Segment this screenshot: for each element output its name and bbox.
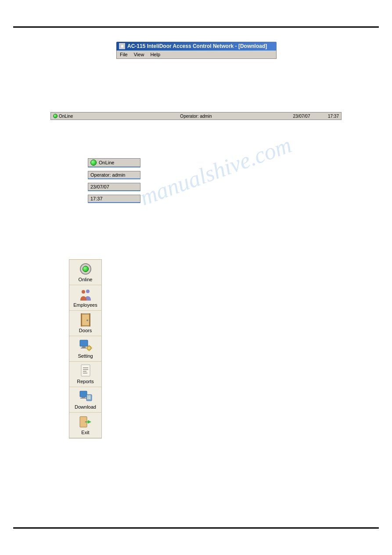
- download-icon: [79, 390, 92, 403]
- info-box-date: 23/07/07: [88, 183, 140, 191]
- employees-icon: [79, 288, 92, 301]
- svg-rect-28: [89, 397, 90, 398]
- svg-rect-16: [81, 365, 90, 376]
- svg-rect-9: [81, 348, 87, 348]
- svg-rect-21: [80, 391, 87, 397]
- sidebar-label-setting: Setting: [78, 353, 93, 359]
- svg-rect-34: [86, 421, 90, 422]
- app-window: 🖥 AC-115 InteliDoor Access Control Netwo…: [116, 42, 277, 59]
- info-box-operator: Operator: admin: [88, 171, 140, 179]
- sidebar-label-download: Download: [75, 404, 96, 410]
- online-indicator: [90, 160, 97, 166]
- svg-rect-22: [82, 397, 85, 398]
- sidebar-item-reports[interactable]: Reports: [69, 362, 101, 387]
- svg-rect-26: [89, 395, 90, 396]
- sidebar-item-exit[interactable]: Exit: [69, 413, 101, 438]
- info-box-time: 17:37: [88, 195, 140, 203]
- title-bar: 🖥 AC-115 InteliDoor Access Control Netwo…: [116, 42, 277, 51]
- info-time-label: 17:37: [90, 196, 103, 201]
- exit-icon: [79, 415, 92, 428]
- status-date: 23/07/07: [286, 114, 317, 119]
- svg-point-11: [88, 347, 90, 349]
- menu-view[interactable]: View: [133, 51, 146, 58]
- svg-rect-13: [89, 350, 90, 351]
- sidebar-label-online: Online: [79, 277, 93, 282]
- sidebar-label-employees: Employees: [73, 302, 97, 308]
- status-online-label: OnLine: [59, 114, 73, 119]
- window-title: AC-115 InteliDoor Access Control Network…: [127, 43, 267, 49]
- status-bar: OnLine Operator: admin 23/07/07 17:37: [50, 112, 342, 120]
- svg-rect-15: [91, 348, 92, 348]
- svg-rect-12: [89, 345, 90, 346]
- info-date-label: 23/07/07: [90, 184, 109, 189]
- svg-rect-30: [89, 398, 90, 399]
- sidebar-item-online[interactable]: Online: [69, 260, 101, 285]
- info-operator-label: Operator: admin: [90, 172, 125, 178]
- menu-file[interactable]: File: [119, 51, 129, 58]
- sidebar-item-setting[interactable]: Setting: [69, 336, 101, 362]
- svg-rect-7: [80, 340, 88, 346]
- menu-bar: File View Help: [116, 51, 277, 59]
- svg-rect-27: [87, 397, 89, 398]
- sidebar-item-doors[interactable]: Doors: [69, 311, 101, 336]
- setting-icon: [79, 339, 92, 352]
- sidebar-label-exit: Exit: [81, 430, 89, 435]
- watermark: manualshive.com: [137, 132, 295, 210]
- doors-icon: [79, 313, 92, 326]
- svg-rect-25: [87, 395, 89, 396]
- svg-point-0: [86, 290, 90, 293]
- svg-rect-6: [89, 313, 90, 326]
- svg-rect-5: [81, 313, 82, 326]
- reports-icon: [79, 364, 92, 377]
- svg-rect-8: [82, 346, 86, 348]
- info-online-label: OnLine: [99, 160, 114, 165]
- svg-rect-14: [86, 348, 87, 348]
- svg-point-1: [82, 290, 85, 294]
- svg-rect-29: [87, 398, 89, 399]
- bottom-divider: [13, 527, 379, 529]
- top-divider: [13, 26, 379, 28]
- svg-rect-23: [80, 398, 86, 399]
- status-time: 17:37: [317, 114, 339, 119]
- menu-help[interactable]: Help: [149, 51, 162, 58]
- status-operator: Operator: admin: [106, 114, 286, 119]
- svg-point-4: [86, 319, 88, 321]
- sidebar: Online Employees Doors: [69, 259, 102, 439]
- sidebar-item-download[interactable]: Download: [69, 387, 101, 413]
- sidebar-label-doors: Doors: [79, 328, 92, 333]
- info-box-online: OnLine: [88, 158, 140, 167]
- sidebar-item-employees[interactable]: Employees: [69, 285, 101, 311]
- online-indicator-small: [53, 114, 58, 118]
- online-icon: [79, 262, 92, 276]
- app-icon: 🖥: [119, 43, 125, 49]
- info-boxes: OnLine Operator: admin 23/07/07 17:37: [88, 158, 140, 203]
- status-online-section: OnLine: [53, 114, 106, 119]
- sidebar-label-reports: Reports: [77, 379, 94, 384]
